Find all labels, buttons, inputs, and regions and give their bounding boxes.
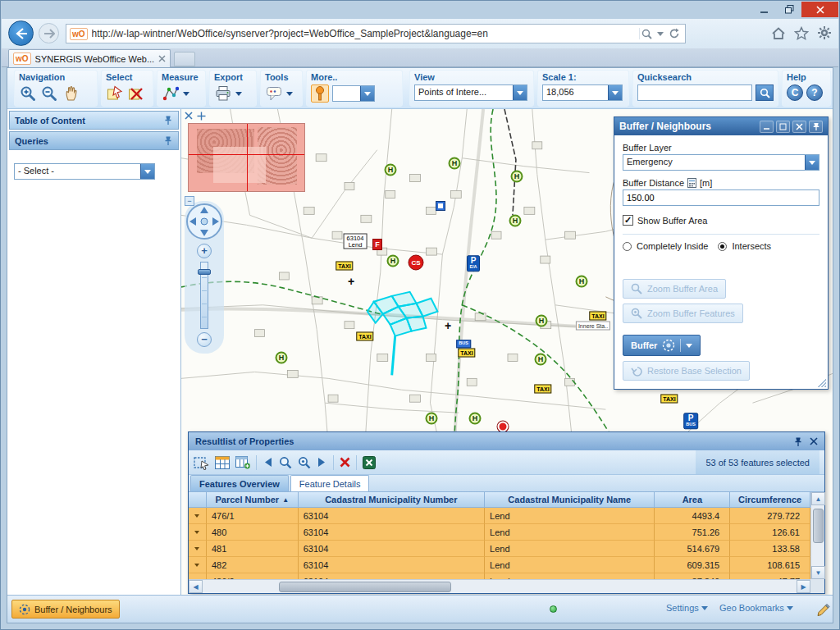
buffer-distance-input[interactable]: [623, 189, 819, 206]
map-marker-cross[interactable]: +: [445, 320, 451, 331]
url-dropdown-icon[interactable]: [657, 32, 664, 36]
new-tab-button[interactable]: [174, 52, 195, 66]
map-marker-taxi[interactable]: TAXI: [336, 262, 353, 271]
dialog-titlebar[interactable]: Buffer / Neighbours: [614, 117, 828, 135]
dialog-resize-grip[interactable]: [818, 379, 826, 387]
tab-features-overview[interactable]: Features Overview: [190, 475, 289, 491]
tools-dropdown-icon[interactable]: [286, 92, 293, 96]
intersects-radio[interactable]: [718, 242, 727, 251]
context-help-button[interactable]: C: [787, 84, 803, 101]
export-dropdown-icon[interactable]: [235, 92, 242, 96]
table-horizontal-scrollbar[interactable]: ◀ ▶: [189, 579, 810, 593]
vertical-scroll-thumb[interactable]: [813, 509, 824, 543]
redlining-edit-button[interactable]: [815, 601, 830, 620]
settings-menu[interactable]: Settings: [666, 603, 708, 613]
completely-inside-radio[interactable]: [623, 242, 632, 251]
map-marker-hospital[interactable]: H: [576, 276, 588, 288]
map-marker-taxi[interactable]: TAXI: [660, 395, 678, 404]
settings-gear-icon[interactable]: [817, 25, 832, 40]
view-select[interactable]: Points of Intere...: [414, 84, 527, 101]
refresh-icon[interactable]: [669, 28, 680, 39]
query-select-arrow-button[interactable]: [140, 164, 154, 179]
map-marker-hospital[interactable]: H: [536, 315, 548, 327]
forward-button[interactable]: [39, 23, 59, 43]
zoom-out-button[interactable]: [40, 84, 58, 103]
map-marker-taxi[interactable]: TAXI: [356, 332, 373, 341]
buffer-layer-arrow-button[interactable]: [805, 155, 819, 170]
table-settings-icon[interactable]: [235, 456, 250, 469]
map-marker-hospital[interactable]: H: [449, 158, 461, 170]
map-marker-cross[interactable]: +: [348, 276, 354, 287]
map-marker-parcel-label[interactable]: 63104 Lend: [344, 234, 368, 249]
browser-tab[interactable]: wO SYNERGIS WebOffice Web...: [8, 49, 171, 67]
horizontal-scroll-thumb[interactable]: [279, 582, 451, 592]
more-tool-button[interactable]: [311, 84, 329, 103]
dialog-pin-button[interactable]: [809, 121, 823, 133]
buffer-neighbours-taskbar-button[interactable]: Buffer / Neighbours: [11, 600, 120, 619]
row-expander[interactable]: [189, 557, 207, 573]
overview-close-icon[interactable]: [185, 112, 193, 120]
clear-selection-button[interactable]: [127, 84, 145, 103]
show-buffer-area-checkbox[interactable]: ✓: [623, 215, 633, 226]
geo-bookmarks-menu[interactable]: Geo Bookmarks: [719, 603, 793, 613]
table-row[interactable]: 476/1 63104 Lend 4493.4 279.722: [189, 508, 810, 524]
view-select-arrow-button[interactable]: [513, 85, 527, 100]
scroll-up-button[interactable]: ▲: [811, 492, 825, 505]
window-minimize-button[interactable]: [752, 2, 777, 17]
sidebar-item-table-of-content[interactable]: Table of Content: [9, 111, 179, 130]
favorites-star-icon[interactable]: [794, 26, 809, 40]
scroll-right-button[interactable]: ▶: [797, 580, 810, 593]
dialog-close-button[interactable]: [792, 121, 806, 133]
map-marker-hospital[interactable]: H: [426, 413, 438, 425]
overview-extent-box[interactable]: [213, 147, 266, 183]
map-marker-poi-dot[interactable]: [498, 422, 509, 432]
scroll-down-button[interactable]: ▼: [811, 566, 825, 579]
close-icon[interactable]: [810, 437, 818, 445]
map-marker-note[interactable]: Innere Sta..: [576, 322, 610, 331]
scale-select[interactable]: 18,056: [542, 84, 623, 101]
map-marker-taxi[interactable]: TAXI: [589, 312, 606, 321]
row-expander[interactable]: [189, 541, 207, 557]
window-restore-button[interactable]: [777, 2, 801, 17]
map-marker-hospital[interactable]: H: [535, 354, 547, 366]
pin-icon[interactable]: [163, 115, 173, 126]
scale-select-arrow-button[interactable]: [608, 85, 622, 100]
overview-map[interactable]: [188, 123, 305, 192]
zoom-to-all-icon[interactable]: [298, 456, 311, 469]
back-button[interactable]: [8, 21, 34, 46]
window-close-button[interactable]: [801, 2, 838, 17]
previous-feature-icon[interactable]: [262, 457, 273, 468]
remove-selection-icon[interactable]: [340, 457, 350, 468]
select-result-features-icon[interactable]: [194, 455, 209, 470]
calculator-icon[interactable]: [687, 178, 696, 188]
map-marker-taxi[interactable]: TAXI: [534, 385, 551, 394]
pan-button[interactable]: [62, 84, 80, 103]
header-parcel-number[interactable]: Parcel Number▲: [207, 492, 299, 508]
zoom-slider-handle[interactable]: [198, 269, 211, 275]
help-button[interactable]: ?: [806, 84, 823, 101]
map-marker-taxi[interactable]: TAXI: [458, 349, 475, 358]
home-icon[interactable]: [771, 26, 786, 40]
map-marker-hospital[interactable]: H: [511, 171, 523, 183]
header-cm-number[interactable]: Cadastral Municipality Number: [299, 492, 485, 508]
quicksearch-button[interactable]: [756, 84, 774, 101]
scroll-left-button[interactable]: ◀: [189, 580, 203, 593]
map-marker-fire[interactable]: F: [372, 239, 382, 250]
header-cm-name[interactable]: Cadastral Municipality Name: [485, 492, 655, 508]
table-row[interactable]: 480 63104 Lend 751.26 126.61: [189, 524, 810, 541]
map-marker-parking[interactable]: PBUS: [683, 413, 698, 429]
sidebar-item-queries[interactable]: Queries: [9, 131, 179, 150]
header-circumference[interactable]: Circumference: [730, 492, 810, 508]
row-expander[interactable]: [189, 508, 207, 524]
buffer-button[interactable]: Buffer: [623, 335, 701, 356]
more-tool-combobox[interactable]: [332, 85, 375, 102]
print-button[interactable]: [214, 84, 232, 103]
row-expander[interactable]: [189, 524, 207, 541]
zoom-buffer-features-button[interactable]: Zoom Buffer Features: [623, 304, 743, 323]
row-expander[interactable]: [189, 573, 207, 579]
zoom-in-button[interactable]: [19, 84, 37, 103]
select-features-button[interactable]: [106, 84, 124, 103]
excel-export-icon[interactable]: [363, 456, 376, 469]
query-select[interactable]: - Select -: [14, 163, 155, 180]
maptip-button[interactable]: [265, 84, 283, 103]
